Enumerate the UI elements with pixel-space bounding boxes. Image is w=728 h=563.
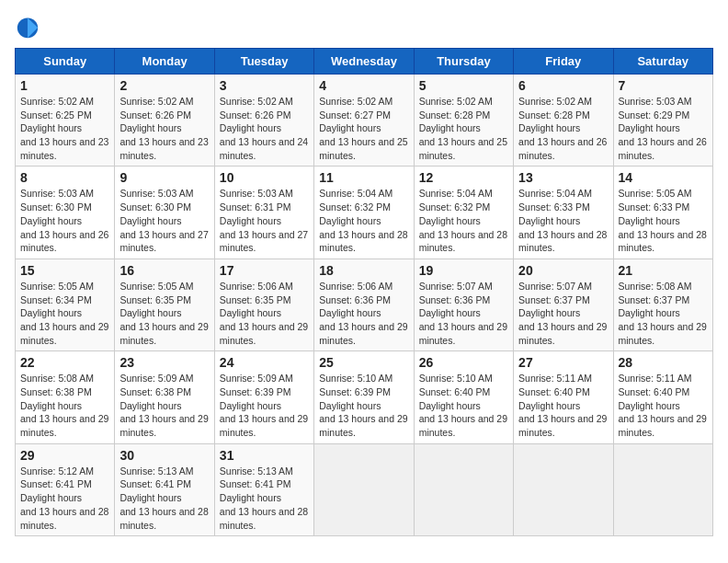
day-number: 1 <box>20 78 109 93</box>
day-info: Sunrise: 5:07 AMSunset: 6:37 PMDaylight … <box>518 281 607 346</box>
calendar-week-5: 29 Sunrise: 5:12 AMSunset: 6:41 PMDaylig… <box>16 443 713 535</box>
table-row: 11 Sunrise: 5:04 AMSunset: 6:32 PMDaylig… <box>314 167 414 259</box>
dow-header-friday: Friday <box>514 49 613 75</box>
table-row: 7 Sunrise: 5:03 AMSunset: 6:29 PMDayligh… <box>613 75 712 167</box>
day-number: 27 <box>518 355 608 370</box>
dow-header-sunday: Sunday <box>16 49 115 75</box>
day-info: Sunrise: 5:04 AMSunset: 6:32 PMDaylight … <box>419 188 507 253</box>
day-info: Sunrise: 5:02 AMSunset: 6:28 PMDaylight … <box>518 96 607 161</box>
day-info: Sunrise: 5:03 AMSunset: 6:30 PMDaylight … <box>20 188 108 253</box>
calendar-week-3: 15 Sunrise: 5:05 AMSunset: 6:34 PMDaylig… <box>16 259 713 350</box>
day-info: Sunrise: 5:08 AMSunset: 6:37 PMDaylight … <box>619 281 707 346</box>
day-info: Sunrise: 5:06 AMSunset: 6:35 PMDaylight … <box>220 281 308 346</box>
table-row: 14 Sunrise: 5:05 AMSunset: 6:33 PMDaylig… <box>613 167 712 259</box>
table-row <box>613 443 712 535</box>
calendar-week-1: 1 Sunrise: 5:02 AMSunset: 6:25 PMDayligh… <box>16 75 713 167</box>
day-number: 16 <box>119 263 209 278</box>
table-row <box>314 443 414 535</box>
day-number: 30 <box>119 448 209 463</box>
day-number: 18 <box>319 263 408 278</box>
day-info: Sunrise: 5:10 AMSunset: 6:40 PMDaylight … <box>419 373 507 438</box>
day-info: Sunrise: 5:04 AMSunset: 6:32 PMDaylight … <box>319 188 407 253</box>
day-info: Sunrise: 5:04 AMSunset: 6:33 PMDaylight … <box>518 188 607 253</box>
day-number: 5 <box>419 78 508 93</box>
day-number: 14 <box>619 170 708 185</box>
table-row: 16 Sunrise: 5:05 AMSunset: 6:35 PMDaylig… <box>115 259 214 350</box>
table-row: 8 Sunrise: 5:03 AMSunset: 6:30 PMDayligh… <box>16 167 115 259</box>
table-row: 23 Sunrise: 5:09 AMSunset: 6:38 PMDaylig… <box>115 351 214 443</box>
day-number: 22 <box>20 355 109 370</box>
table-row: 31 Sunrise: 5:13 AMSunset: 6:41 PMDaylig… <box>214 443 313 535</box>
day-number: 23 <box>119 355 209 370</box>
table-row: 28 Sunrise: 5:11 AMSunset: 6:40 PMDaylig… <box>613 351 712 443</box>
table-row: 2 Sunrise: 5:02 AMSunset: 6:26 PMDayligh… <box>115 75 214 167</box>
day-info: Sunrise: 5:09 AMSunset: 6:39 PMDaylight … <box>220 373 308 438</box>
calendar-table: SundayMondayTuesdayWednesdayThursdayFrid… <box>15 48 713 536</box>
table-row: 1 Sunrise: 5:02 AMSunset: 6:25 PMDayligh… <box>16 75 115 167</box>
day-info: Sunrise: 5:06 AMSunset: 6:36 PMDaylight … <box>319 281 407 346</box>
day-number: 20 <box>518 263 608 278</box>
dow-header-saturday: Saturday <box>613 49 712 75</box>
table-row: 13 Sunrise: 5:04 AMSunset: 6:33 PMDaylig… <box>514 167 613 259</box>
table-row: 18 Sunrise: 5:06 AMSunset: 6:36 PMDaylig… <box>314 259 414 350</box>
day-info: Sunrise: 5:02 AMSunset: 6:25 PMDaylight … <box>20 96 108 161</box>
day-number: 13 <box>518 170 608 185</box>
table-row: 26 Sunrise: 5:10 AMSunset: 6:40 PMDaylig… <box>414 351 513 443</box>
day-number: 19 <box>419 263 508 278</box>
table-row: 20 Sunrise: 5:07 AMSunset: 6:37 PMDaylig… <box>514 259 613 350</box>
day-number: 21 <box>619 263 708 278</box>
table-row: 10 Sunrise: 5:03 AMSunset: 6:31 PMDaylig… <box>214 167 313 259</box>
day-number: 15 <box>20 263 109 278</box>
day-number: 9 <box>119 170 209 185</box>
table-row: 21 Sunrise: 5:08 AMSunset: 6:37 PMDaylig… <box>613 259 712 350</box>
day-info: Sunrise: 5:13 AMSunset: 6:41 PMDaylight … <box>220 465 308 531</box>
day-number: 12 <box>419 170 508 185</box>
day-info: Sunrise: 5:11 AMSunset: 6:40 PMDaylight … <box>619 373 707 438</box>
dow-header-wednesday: Wednesday <box>314 49 414 75</box>
day-number: 24 <box>220 355 309 370</box>
day-info: Sunrise: 5:03 AMSunset: 6:29 PMDaylight … <box>619 96 707 161</box>
table-row: 22 Sunrise: 5:08 AMSunset: 6:38 PMDaylig… <box>16 351 115 443</box>
day-info: Sunrise: 5:03 AMSunset: 6:31 PMDaylight … <box>220 188 308 253</box>
table-row: 9 Sunrise: 5:03 AMSunset: 6:30 PMDayligh… <box>115 167 214 259</box>
day-info: Sunrise: 5:05 AMSunset: 6:33 PMDaylight … <box>619 188 707 253</box>
day-number: 28 <box>619 355 708 370</box>
table-row: 4 Sunrise: 5:02 AMSunset: 6:27 PMDayligh… <box>314 75 414 167</box>
day-info: Sunrise: 5:02 AMSunset: 6:26 PMDaylight … <box>119 96 208 161</box>
table-row <box>414 443 513 535</box>
day-info: Sunrise: 5:02 AMSunset: 6:26 PMDaylight … <box>220 96 308 161</box>
table-row: 25 Sunrise: 5:10 AMSunset: 6:39 PMDaylig… <box>314 351 414 443</box>
calendar-header: SundayMondayTuesdayWednesdayThursdayFrid… <box>16 49 713 75</box>
calendar-body: 1 Sunrise: 5:02 AMSunset: 6:25 PMDayligh… <box>16 75 713 536</box>
day-info: Sunrise: 5:10 AMSunset: 6:39 PMDaylight … <box>319 373 407 438</box>
day-number: 11 <box>319 170 408 185</box>
day-info: Sunrise: 5:12 AMSunset: 6:41 PMDaylight … <box>20 465 108 531</box>
table-row: 29 Sunrise: 5:12 AMSunset: 6:41 PMDaylig… <box>16 443 115 535</box>
table-row: 24 Sunrise: 5:09 AMSunset: 6:39 PMDaylig… <box>214 351 313 443</box>
days-of-week-row: SundayMondayTuesdayWednesdayThursdayFrid… <box>16 49 713 75</box>
table-row: 19 Sunrise: 5:07 AMSunset: 6:36 PMDaylig… <box>414 259 513 350</box>
table-row: 17 Sunrise: 5:06 AMSunset: 6:35 PMDaylig… <box>214 259 313 350</box>
page-header <box>15 15 713 40</box>
table-row: 12 Sunrise: 5:04 AMSunset: 6:32 PMDaylig… <box>414 167 513 259</box>
dow-header-monday: Monday <box>115 49 214 75</box>
day-number: 7 <box>619 78 708 93</box>
dow-header-tuesday: Tuesday <box>214 49 313 75</box>
day-info: Sunrise: 5:08 AMSunset: 6:38 PMDaylight … <box>20 373 108 438</box>
day-number: 3 <box>220 78 309 93</box>
day-number: 10 <box>220 170 309 185</box>
day-number: 29 <box>20 448 109 463</box>
day-number: 17 <box>220 263 309 278</box>
table-row <box>514 443 613 535</box>
day-info: Sunrise: 5:07 AMSunset: 6:36 PMDaylight … <box>419 281 507 346</box>
day-info: Sunrise: 5:05 AMSunset: 6:34 PMDaylight … <box>20 281 108 346</box>
calendar-week-4: 22 Sunrise: 5:08 AMSunset: 6:38 PMDaylig… <box>16 351 713 443</box>
day-number: 6 <box>518 78 608 93</box>
day-info: Sunrise: 5:03 AMSunset: 6:30 PMDaylight … <box>119 188 208 253</box>
calendar-week-2: 8 Sunrise: 5:03 AMSunset: 6:30 PMDayligh… <box>16 167 713 259</box>
table-row: 6 Sunrise: 5:02 AMSunset: 6:28 PMDayligh… <box>514 75 613 167</box>
day-number: 26 <box>419 355 508 370</box>
day-info: Sunrise: 5:09 AMSunset: 6:38 PMDaylight … <box>119 373 208 438</box>
logo <box>15 15 44 40</box>
day-info: Sunrise: 5:02 AMSunset: 6:27 PMDaylight … <box>319 96 407 161</box>
